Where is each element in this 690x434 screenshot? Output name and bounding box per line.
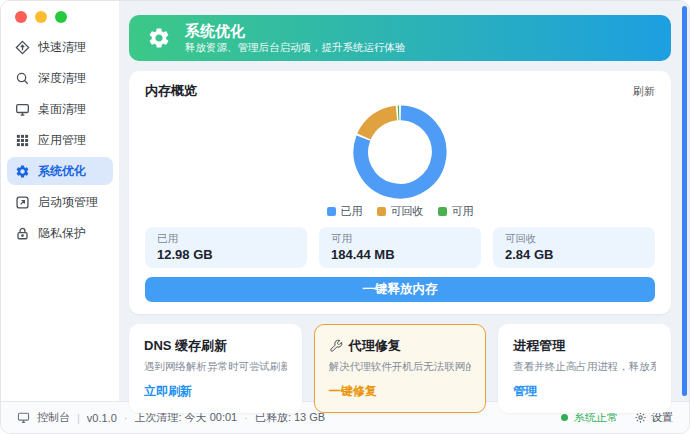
console-label[interactable]: 控制台 xyxy=(37,410,70,425)
wrench-icon xyxy=(329,339,343,353)
launch-icon xyxy=(15,195,30,210)
search-icon xyxy=(15,71,30,86)
sidebar-item-startup-manage[interactable]: 启动项管理 xyxy=(7,188,113,216)
memory-overview-card: 内存概览 刷新 已用可回收可用 已用 12.98 GB 可用 184.44 MB xyxy=(129,71,671,314)
sidebar-item-deep-clean[interactable]: 深度清理 xyxy=(7,64,113,92)
separator-dot: · xyxy=(124,412,128,424)
gear-icon xyxy=(147,26,171,50)
stat-used: 已用 12.98 GB xyxy=(145,227,307,268)
traffic-lights xyxy=(7,9,113,33)
monitor-icon xyxy=(15,102,30,117)
legend-swatch xyxy=(438,207,447,216)
divider: | xyxy=(77,412,80,424)
card-description: 查看并终止高占用进程，释放系统资源 xyxy=(513,360,656,374)
card-description: 解决代理软件开机后无法联网的问题 xyxy=(329,360,472,374)
legend-swatch xyxy=(327,207,336,216)
refresh-button[interactable]: 刷新 xyxy=(633,84,655,99)
sidebar-item-label: 系统优化 xyxy=(38,163,86,180)
sidebar-item-quick-clean[interactable]: 快速清理 xyxy=(7,33,113,61)
proxy-fix-card: 代理修复 解决代理软件开机后无法联网的问题 一键修复 xyxy=(314,324,487,413)
legend-label: 可用 xyxy=(452,204,474,219)
release-memory-button[interactable]: 一键释放内存 xyxy=(145,277,655,302)
sidebar-item-label: 应用管理 xyxy=(38,132,86,149)
sidebar-item-label: 快速清理 xyxy=(38,39,86,56)
vertical-scrollbar[interactable] xyxy=(682,6,687,396)
card-description: 遇到网络解析异常时可尝试刷新 xyxy=(144,360,287,374)
card-title: 进程管理 xyxy=(513,337,656,355)
zoom-window-button[interactable] xyxy=(55,11,67,23)
stat-available: 可用 184.44 MB xyxy=(319,227,481,268)
memory-card-title: 内存概览 xyxy=(145,82,197,100)
legend-label: 可回收 xyxy=(391,204,424,219)
chart-legend: 已用可回收可用 xyxy=(145,204,655,219)
memory-stats-row: 已用 12.98 GB 可用 184.44 MB 可回收 2.84 GB xyxy=(145,227,655,268)
close-window-button[interactable] xyxy=(15,11,27,23)
card-title: DNS 缓存刷新 xyxy=(144,337,287,355)
donut-segment-可回收 xyxy=(364,113,396,137)
process-manage-action[interactable]: 管理 xyxy=(513,383,656,400)
card-title: 代理修复 xyxy=(329,337,472,355)
status-dot xyxy=(561,414,568,421)
main-content: 系统优化 释放资源、管理后台启动项，提升系统运行体验 内存概览 刷新 已用可回收… xyxy=(119,1,689,401)
app-window: 快速清理 深度清理 桌面清理 xyxy=(0,0,690,434)
separator-dot: · xyxy=(244,412,248,424)
dns-refresh-action[interactable]: 立即刷新 xyxy=(144,383,287,400)
page-subtitle: 释放资源、管理后台启动项，提升系统运行体验 xyxy=(185,41,406,55)
legend-item: 可用 xyxy=(438,204,474,219)
legend-item: 已用 xyxy=(327,204,363,219)
quick-clean-icon xyxy=(15,40,30,55)
legend-item: 可回收 xyxy=(377,204,424,219)
page-title: 系统优化 xyxy=(185,22,406,40)
sidebar-item-desktop-clean[interactable]: 桌面清理 xyxy=(7,95,113,123)
sidebar-item-privacy[interactable]: 隐私保护 xyxy=(7,219,113,247)
proxy-fix-action[interactable]: 一键修复 xyxy=(329,383,472,400)
stat-recyclable: 可回收 2.84 GB xyxy=(493,227,655,268)
memory-donut-chart xyxy=(351,103,449,201)
version-label: v0.1.0 xyxy=(87,412,117,424)
grid-icon xyxy=(15,133,30,148)
page-header-banner: 系统优化 释放资源、管理后台启动项，提升系统运行体验 xyxy=(129,15,671,61)
sidebar-item-label: 启动项管理 xyxy=(38,194,98,211)
sidebar-item-label: 深度清理 xyxy=(38,70,86,87)
sidebar-item-app-manage[interactable]: 应用管理 xyxy=(7,126,113,154)
legend-label: 已用 xyxy=(341,204,363,219)
console-icon xyxy=(17,411,30,424)
lock-icon xyxy=(15,226,30,241)
process-manage-card: 进程管理 查看并终止高占用进程，释放系统资源 管理 xyxy=(498,324,671,413)
sidebar-item-system-optimize[interactable]: 系统优化 xyxy=(7,157,113,185)
legend-swatch xyxy=(377,207,386,216)
sidebar-item-label: 隐私保护 xyxy=(38,225,86,242)
sidebar: 快速清理 深度清理 桌面清理 xyxy=(1,1,119,401)
sidebar-item-label: 桌面清理 xyxy=(38,101,86,118)
minimize-window-button[interactable] xyxy=(35,11,47,23)
dns-refresh-card: DNS 缓存刷新 遇到网络解析异常时可尝试刷新 立即刷新 xyxy=(129,324,302,413)
gear-icon xyxy=(15,164,30,179)
